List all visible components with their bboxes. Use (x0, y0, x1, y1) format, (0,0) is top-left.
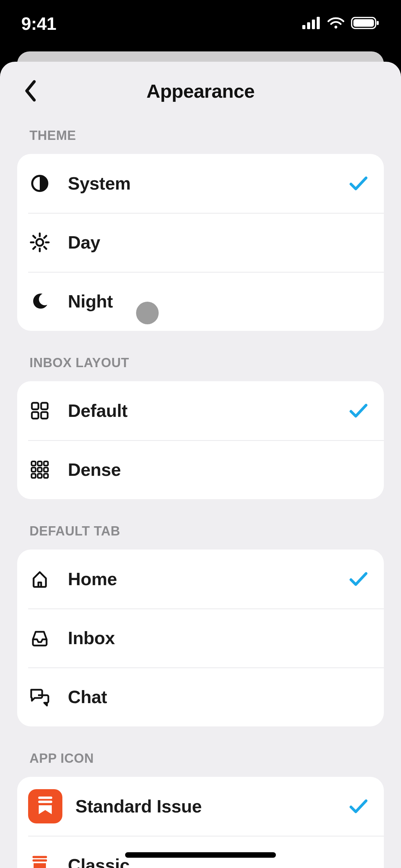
svg-rect-29 (38, 474, 42, 478)
contrast-icon (28, 172, 51, 195)
sun-icon (28, 231, 51, 254)
section-label-app-icon: APP ICON (29, 751, 384, 766)
app-icon-option-label: Classic (68, 855, 130, 868)
app-icon-option-label: Standard Issue (75, 796, 202, 817)
chevron-left-icon (23, 80, 37, 102)
touch-indicator-dot (136, 302, 159, 324)
status-icons (302, 16, 380, 31)
app-icon-classic-icon (28, 854, 51, 868)
moon-icon (28, 290, 51, 313)
checkmark-icon (348, 173, 369, 194)
checkmark-icon (348, 400, 369, 421)
theme-option-label: Day (68, 232, 100, 253)
svg-rect-1 (307, 22, 310, 29)
theme-option-night[interactable]: Night (17, 272, 384, 331)
default-tab-option-label: Inbox (68, 628, 115, 648)
inbox-layout-option-label: Default (68, 400, 127, 421)
inbox-layout-card: Default Dense (17, 381, 384, 499)
svg-point-4 (335, 26, 337, 28)
svg-rect-19 (41, 403, 48, 409)
svg-rect-23 (38, 461, 42, 466)
theme-option-label: Night (68, 291, 113, 312)
theme-option-label: System (68, 173, 131, 194)
app-icon-option-standard[interactable]: Standard Issue (17, 777, 384, 836)
default-tab-option-inbox[interactable]: Inbox (17, 608, 384, 667)
chat-icon (28, 685, 51, 709)
section-label-inbox-layout: INBOX LAYOUT (29, 355, 384, 370)
svg-rect-28 (32, 474, 36, 478)
app-icon-option-classic[interactable]: Classic (17, 836, 384, 868)
svg-rect-30 (44, 474, 48, 478)
default-tab-card: Home Inbox Chat (17, 550, 384, 726)
svg-rect-3 (317, 17, 320, 29)
default-tab-option-home[interactable]: Home (17, 550, 384, 608)
default-tab-option-label: Home (68, 569, 117, 589)
svg-line-15 (44, 247, 46, 249)
theme-option-day[interactable]: Day (17, 213, 384, 272)
theme-card: System Day Night (17, 154, 384, 331)
svg-rect-21 (41, 412, 48, 419)
inbox-layout-option-label: Dense (68, 459, 121, 480)
svg-line-16 (44, 236, 46, 238)
svg-rect-27 (44, 468, 48, 472)
svg-rect-25 (32, 468, 36, 472)
home-icon (28, 567, 51, 591)
home-indicator (125, 852, 276, 858)
checkmark-icon (348, 796, 369, 817)
svg-point-9 (36, 239, 43, 246)
section-label-theme: THEME (29, 128, 384, 143)
checkmark-icon (348, 569, 369, 589)
settings-content: THEME System Day (0, 128, 401, 868)
wifi-icon (327, 16, 345, 31)
svg-rect-18 (32, 403, 38, 409)
svg-rect-6 (353, 19, 374, 27)
nav-header: Appearance (0, 62, 401, 120)
status-time: 9:41 (21, 13, 56, 34)
grid-3x3-icon (28, 458, 51, 481)
theme-option-system[interactable]: System (17, 154, 384, 213)
svg-rect-0 (302, 25, 305, 29)
app-icon-standard-icon (28, 789, 62, 823)
svg-rect-2 (312, 20, 315, 29)
svg-rect-24 (44, 461, 48, 466)
inbox-layout-option-default[interactable]: Default (17, 381, 384, 440)
svg-line-17 (33, 247, 35, 249)
battery-icon (351, 16, 380, 31)
svg-rect-7 (377, 21, 379, 25)
default-tab-option-chat[interactable]: Chat (17, 667, 384, 726)
appearance-sheet: Appearance THEME System Day (0, 62, 401, 868)
back-button[interactable] (20, 81, 40, 101)
page-title: Appearance (146, 80, 255, 102)
inbox-icon (28, 626, 51, 650)
svg-rect-20 (32, 412, 38, 419)
svg-line-14 (33, 236, 35, 238)
grid-2x2-icon (28, 399, 51, 422)
default-tab-option-label: Chat (68, 687, 107, 707)
svg-rect-22 (32, 461, 36, 466)
status-bar: 9:41 (0, 0, 401, 51)
inbox-layout-option-dense[interactable]: Dense (17, 440, 384, 499)
cellular-icon (302, 17, 321, 31)
svg-rect-26 (38, 468, 42, 472)
section-label-default-tab: DEFAULT TAB (29, 524, 384, 539)
